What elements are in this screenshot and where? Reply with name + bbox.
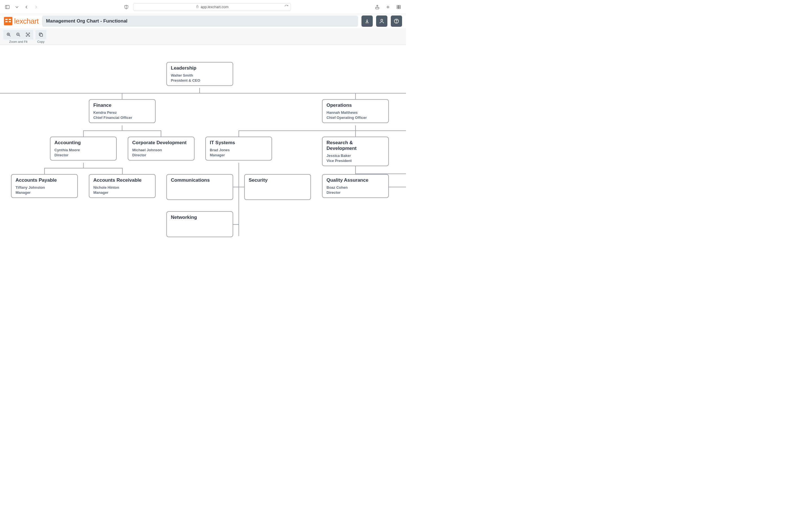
account-button[interactable] — [376, 15, 388, 27]
node-dept: Leadership — [171, 65, 229, 71]
connector — [44, 168, 45, 174]
lock-icon — [196, 5, 199, 9]
sidebar-toggle-icon[interactable] — [3, 3, 11, 11]
svg-rect-8 — [399, 5, 400, 7]
connector — [83, 130, 161, 131]
node-ar[interactable]: Accounts Receivable Nichole Hinton Manag… — [89, 174, 156, 198]
node-person: Brad Jones — [210, 147, 267, 153]
connector — [239, 163, 239, 236]
node-dept: Research & Development — [326, 140, 384, 151]
node-corpdev[interactable]: Corporate Development Michael Johnson Di… — [128, 136, 195, 161]
node-dept: IT Systems — [210, 140, 267, 146]
connector — [0, 93, 406, 94]
chart-title-input[interactable]: Management Org Chart - Functional — [42, 15, 358, 27]
new-tab-icon[interactable] — [384, 3, 392, 11]
logo[interactable]: lexchart — [4, 17, 39, 25]
zoom-in-button[interactable] — [4, 31, 13, 38]
nav-forward-button — [32, 3, 40, 11]
browser-toolbar: app.lexchart.com — [0, 0, 406, 14]
svg-rect-22 — [28, 34, 29, 36]
connector — [233, 224, 239, 225]
connector — [389, 187, 406, 187]
node-networking[interactable]: Networking — [166, 211, 233, 237]
node-person: Tiffany Johnston — [15, 185, 73, 190]
refresh-icon[interactable] — [285, 4, 289, 9]
tab-overview-icon[interactable] — [395, 3, 403, 11]
org-chart-canvas[interactable]: Leadership Walter Smith President & CEO … — [0, 45, 406, 253]
node-person: Kendra Perez — [93, 110, 151, 115]
svg-rect-7 — [397, 5, 398, 7]
node-role: Chief Financial Officer — [93, 115, 151, 120]
zoom-out-button[interactable] — [14, 31, 22, 38]
node-security[interactable]: Security — [244, 174, 311, 200]
copy-button[interactable] — [37, 31, 45, 38]
node-person: Nichole Hinton — [93, 185, 151, 190]
chart-title-text: Management Org Chart - Functional — [46, 18, 128, 24]
node-dept: Security — [249, 177, 306, 183]
connector — [122, 93, 122, 99]
nav-back-button[interactable] — [22, 3, 31, 11]
node-it[interactable]: IT Systems Brad Jones Manager — [205, 136, 272, 161]
logo-text: lexchart — [14, 17, 39, 25]
node-person: Jessica Baker — [326, 153, 384, 159]
app-header: lexchart Management Org Chart - Function… — [0, 14, 406, 28]
node-dept: Finance — [93, 103, 151, 108]
node-qa[interactable]: Quality Assurance Boaz Cohen Director — [322, 174, 389, 198]
share-icon[interactable] — [373, 3, 381, 11]
node-role: Director — [132, 153, 190, 157]
connector — [355, 125, 356, 131]
privacy-shield-icon[interactable] — [122, 3, 130, 11]
connector — [122, 168, 123, 174]
node-rd[interactable]: Research & Development Jessica Baker Vic… — [322, 136, 389, 166]
node-ap[interactable]: Accounts Payable Tiffany Johnston Manage… — [11, 174, 78, 198]
node-role: Manager — [15, 190, 73, 194]
logo-mark-icon — [4, 17, 12, 25]
node-dept: Communications — [171, 177, 229, 183]
connector — [83, 163, 84, 168]
toolbar: Zoom and Fit Copy — [0, 28, 406, 45]
svg-rect-3 — [196, 6, 198, 8]
connector — [83, 130, 84, 136]
svg-rect-10 — [399, 7, 400, 8]
node-person: Walter Smith — [171, 73, 229, 78]
node-comm[interactable]: Communications — [166, 174, 233, 200]
svg-point-12 — [381, 19, 383, 21]
chevron-down-icon[interactable] — [13, 3, 21, 11]
node-dept: Corporate Development — [132, 140, 190, 146]
help-button[interactable] — [391, 15, 402, 27]
node-person: Hannah Matthews — [326, 110, 384, 115]
svg-rect-23 — [40, 34, 43, 36]
url-bar[interactable]: app.lexchart.com — [133, 3, 291, 11]
connector — [199, 88, 200, 94]
node-role: Director — [54, 153, 112, 157]
download-button[interactable] — [361, 15, 373, 27]
node-operations[interactable]: Operations Hannah Matthews Chief Operati… — [322, 99, 389, 123]
connector — [44, 168, 123, 168]
zoom-group-label: Zoom and Fit — [9, 40, 28, 43]
connector — [355, 130, 356, 136]
copy-tool-group: Copy — [36, 30, 46, 43]
copy-group-label: Copy — [37, 40, 45, 43]
svg-rect-0 — [5, 5, 9, 9]
fit-screen-button[interactable] — [24, 31, 32, 38]
svg-line-16 — [9, 35, 10, 36]
node-dept: Operations — [326, 103, 384, 108]
node-dept: Accounts Payable — [15, 177, 73, 183]
connector — [122, 125, 122, 131]
node-person: Michael Johnson — [132, 147, 190, 153]
node-person: Cynthia Moore — [54, 147, 112, 153]
node-role: Manager — [210, 153, 267, 157]
connector — [355, 93, 356, 99]
url-text: app.lexchart.com — [201, 5, 229, 9]
node-leadership[interactable]: Leadership Walter Smith President & CEO — [166, 62, 233, 86]
connector — [239, 130, 406, 131]
svg-line-20 — [19, 35, 20, 36]
node-finance[interactable]: Finance Kendra Perez Chief Financial Off… — [89, 99, 156, 123]
node-dept: Networking — [171, 215, 229, 220]
node-person: Boaz Cohen — [326, 185, 384, 190]
node-accounting[interactable]: Accounting Cynthia Moore Director — [50, 136, 117, 161]
node-role: Manager — [93, 190, 151, 194]
node-dept: Quality Assurance — [326, 177, 384, 183]
zoom-tool-group: Zoom and Fit — [3, 30, 33, 43]
svg-rect-9 — [397, 7, 398, 8]
